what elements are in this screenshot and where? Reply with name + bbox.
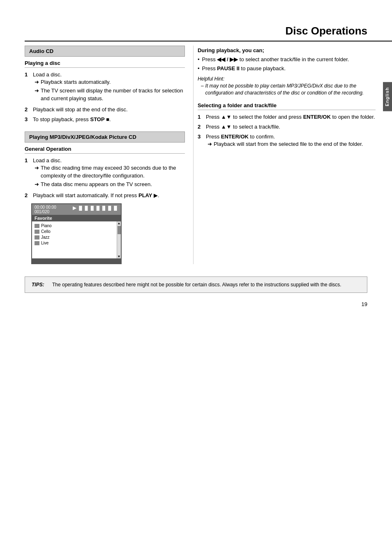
step-2-text: Playback will stop at the end of the dis… bbox=[33, 106, 128, 113]
folder-steps: 1 Press ▲▼ to select the folder and pres… bbox=[198, 113, 376, 150]
step-1-arrow-2-text: The TV screen will display the number of… bbox=[41, 87, 185, 102]
step-num-2: 2 bbox=[25, 106, 31, 113]
folder-icon-jazz bbox=[35, 235, 39, 240]
audio-cd-section-box: Audio CD bbox=[25, 46, 185, 57]
mp3-step-1-content: Load a disc. ➜ The disc reading time may… bbox=[33, 157, 185, 189]
bullet-1: • bbox=[198, 56, 200, 63]
mp3-step-num-1: 1 bbox=[25, 157, 31, 189]
arrow-icon-5: ➜ bbox=[208, 140, 212, 148]
step-2-content: Playback will stop at the end of the dis… bbox=[33, 106, 185, 113]
folder-step-3-arrow: ➜ Playback will start from the selected … bbox=[208, 140, 376, 148]
screen-item-piano: Piano bbox=[34, 223, 115, 228]
bullet-1-text: Press ◀◀ / ▶▶ to select another track/fi… bbox=[202, 56, 349, 63]
scrollbar-up-arrow: ▲ bbox=[118, 221, 121, 225]
scrollbar-thumb bbox=[118, 226, 121, 234]
mp3-step-2-content: Playback will start automatically. If no… bbox=[33, 192, 185, 199]
screen-bottom-bar bbox=[32, 258, 121, 263]
screen-content: Piano Cello Jazz Live bbox=[32, 221, 121, 258]
folder-step-3-arrow-text: Playback will start from the selected fi… bbox=[214, 140, 363, 148]
folder-step-num-1: 1 bbox=[198, 113, 204, 121]
screen-item-jazz-label: Jazz bbox=[41, 235, 50, 240]
screen-time-track: 00:00 00:00 001/020 bbox=[35, 205, 56, 214]
screen-play-bars: ▶ ▐▌▐▌▐▌▐▌▐▌▐▌▐▌ bbox=[73, 205, 118, 214]
screen-play-icon: ▶ bbox=[73, 205, 76, 211]
arrow-icon-1: ➜ bbox=[35, 78, 39, 86]
helpful-hint: Helpful Hint: – It may not be possible t… bbox=[198, 76, 376, 96]
screen-time: 00:00 00:00 bbox=[35, 205, 56, 210]
page-title-area: Disc Operations bbox=[25, 25, 392, 41]
mp3-step-num-2: 2 bbox=[25, 192, 31, 199]
folder-step-num-2: 2 bbox=[198, 123, 204, 131]
screen-item-live: Live bbox=[34, 240, 115, 246]
screen-top-bar: 00:00 00:00 001/020 ▶ ▐▌▐▌▐▌▐▌▐▌▐▌▐▌ bbox=[32, 204, 121, 215]
audio-cd-step-1: 1 Load a disc. ➜ Playback starts automat… bbox=[25, 71, 185, 104]
page-title: Disc Operations bbox=[286, 25, 367, 37]
bullet-item-1: • Press ◀◀ / ▶▶ to select another track/… bbox=[198, 56, 376, 63]
folder-step-1-text: Press ▲▼ to select the folder and press … bbox=[206, 114, 375, 120]
hint-dash: – bbox=[201, 83, 204, 97]
general-operation-subtitle: General Operation bbox=[25, 146, 185, 154]
screen-item-cello-label: Cello bbox=[41, 229, 51, 234]
mp3-step-1-arrow-1: ➜ The disc reading time may exceed 30 se… bbox=[35, 164, 185, 179]
folder-step-2: 2 Press ▲▼ to select a track/file. bbox=[198, 123, 376, 131]
mp3-step-1: 1 Load a disc. ➜ The disc reading time m… bbox=[25, 157, 185, 189]
folder-icon-piano bbox=[35, 224, 39, 228]
mp3-step-1-text: Load a disc. bbox=[33, 157, 62, 164]
bullet-item-2: • Press PAUSE II to pause playback. bbox=[198, 65, 376, 72]
screen-item-cello: Cello bbox=[34, 229, 115, 234]
screen-mockup: 00:00 00:00 001/020 ▶ ▐▌▐▌▐▌▐▌▐▌▐▌▐▌ Fav… bbox=[31, 203, 122, 264]
content-area: Audio CD Playing a disc 1 Load a disc. ➜… bbox=[25, 46, 376, 264]
folder-step-num-3: 3 bbox=[198, 133, 204, 149]
hint-label: Helpful Hint: bbox=[198, 76, 376, 83]
mp3-section-box: Playing MP3/DivX/JPEG/Kodak Picture CD bbox=[25, 131, 185, 143]
page-number: 19 bbox=[0, 301, 392, 307]
folder-step-2-text: Press ▲▼ to select a track/file. bbox=[206, 124, 280, 130]
arrow-icon-4: ➜ bbox=[35, 181, 39, 188]
folder-step-3-text: Press ENTER/OK to confirm. bbox=[206, 134, 275, 140]
side-tab: English bbox=[383, 82, 392, 111]
page-container: Disc Operations English Audio CD Playing… bbox=[0, 0, 392, 555]
audio-cd-step-2: 2 Playback will stop at the end of the d… bbox=[25, 106, 185, 113]
during-playback-title: During playback, you can; bbox=[198, 47, 376, 53]
screen-track: 001/020 bbox=[35, 210, 56, 214]
mp3-step-1-arrow-1-text: The disc reading time may exceed 30 seco… bbox=[41, 164, 185, 179]
mp3-steps: 1 Load a disc. ➜ The disc reading time m… bbox=[25, 157, 185, 199]
mp3-step-2-text: Playback will start automatically. If no… bbox=[33, 192, 159, 198]
screen-bars: ▐▌▐▌▐▌▐▌▐▌▐▌▐▌ bbox=[78, 206, 118, 210]
folder-step-1: 1 Press ▲▼ to select the folder and pres… bbox=[198, 113, 376, 121]
step-1-arrow-1: ➜ Playback starts automatically. bbox=[35, 78, 185, 86]
mp3-step-1-arrow-2-text: The data disc menu appears on the TV scr… bbox=[41, 181, 152, 188]
screen-item-jazz: Jazz bbox=[34, 235, 115, 240]
bullet-2: • bbox=[198, 65, 200, 72]
screen-scrollbar: ▲ ▼ bbox=[117, 221, 121, 258]
step-1-arrow-1-text: Playback starts automatically. bbox=[41, 78, 111, 86]
step-1-content: Load a disc. ➜ Playback starts automatic… bbox=[33, 71, 185, 104]
folder-step-2-content: Press ▲▼ to select a track/file. bbox=[206, 123, 376, 131]
folder-section-title: Selecting a folder and track/file bbox=[198, 102, 376, 110]
screen-item-piano-label: Piano bbox=[41, 223, 52, 228]
folder-icon-live bbox=[35, 241, 39, 245]
step-3-text: To stop playback, press STOP ■. bbox=[33, 116, 111, 122]
screen-item-live-label: Live bbox=[41, 241, 48, 245]
folder-step-1-content: Press ▲▼ to select the folder and press … bbox=[206, 113, 376, 121]
mp3-step-2: 2 Playback will start automatically. If … bbox=[25, 192, 185, 199]
audio-cd-step-3: 3 To stop playback, press STOP ■. bbox=[25, 116, 185, 123]
during-playback-bullets: • Press ◀◀ / ▶▶ to select another track/… bbox=[198, 56, 376, 72]
step-num-1: 1 bbox=[25, 71, 31, 104]
bullet-2-text: Press PAUSE II to pause playback. bbox=[202, 65, 286, 72]
tips-label: TIPS: bbox=[32, 281, 48, 288]
screen-list: Piano Cello Jazz Live bbox=[32, 221, 117, 258]
step-1-arrow-2: ➜ The TV screen will display the number … bbox=[35, 87, 185, 102]
tips-text: The operating features described here mi… bbox=[52, 281, 341, 288]
left-column: Audio CD Playing a disc 1 Load a disc. ➜… bbox=[25, 46, 193, 264]
mp3-step-1-arrow-2: ➜ The data disc menu appears on the TV s… bbox=[35, 181, 185, 188]
arrow-icon-3: ➜ bbox=[35, 164, 39, 179]
folder-step-3: 3 Press ENTER/OK to confirm. ➜ Playback … bbox=[198, 133, 376, 149]
step-3-content: To stop playback, press STOP ■. bbox=[33, 116, 185, 123]
right-column: During playback, you can; • Press ◀◀ / ▶… bbox=[193, 46, 376, 264]
hint-content: – It may not be possible to play certain… bbox=[201, 83, 376, 97]
folder-step-3-content: Press ENTER/OK to confirm. ➜ Playback wi… bbox=[206, 133, 376, 149]
scrollbar-down-arrow: ▼ bbox=[118, 255, 121, 258]
hint-text: It may not be possible to play certain M… bbox=[205, 83, 376, 97]
screen-favorite-bar: Favorite bbox=[32, 215, 121, 221]
